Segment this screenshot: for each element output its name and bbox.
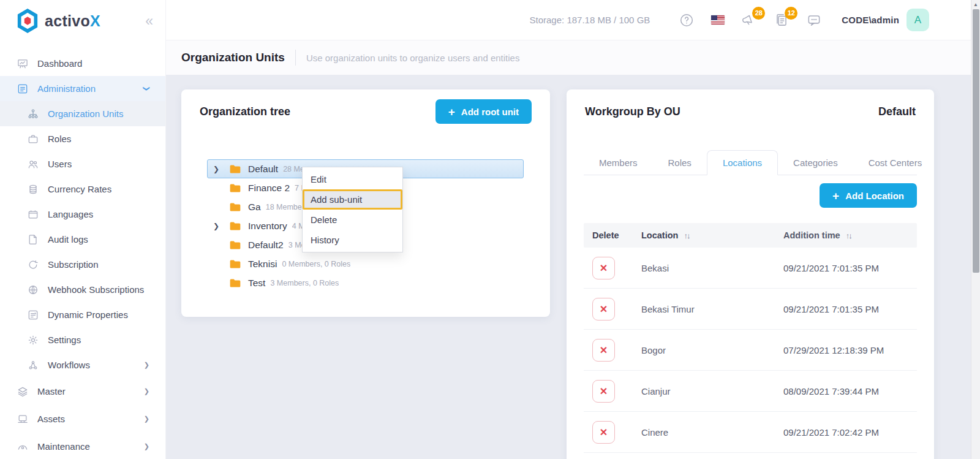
workgroup-header: Workgroup By OU Default — [585, 99, 916, 124]
chat-icon[interactable] — [806, 12, 822, 28]
organization-tree-header: Organization tree +Add root unit — [200, 99, 532, 124]
sidebar-item-audit-logs[interactable]: Audit logs — [0, 227, 165, 252]
tree-node-name: Default2 — [248, 240, 284, 251]
workgroup-card: Workgroup By OU Default MembersRolesLoca… — [567, 89, 934, 459]
maintenance-icon — [17, 441, 29, 453]
sidebar-item-administration[interactable]: Administration❯ — [0, 76, 165, 101]
tree-expand-chevron-icon[interactable]: ❯ — [213, 222, 224, 230]
sidebar: activoX « DashboardAdministration❯Organi… — [0, 0, 165, 459]
scrollbar-track[interactable]: ▲ — [971, 0, 980, 459]
sort-location-icon[interactable]: ↑↓ — [684, 231, 689, 240]
sidebar-item-webhook-subscriptions[interactable]: Webhook Subscriptions — [0, 277, 165, 302]
sidebar-item-label: Currency Rates — [48, 184, 111, 194]
page-title: Organization Units — [181, 51, 285, 64]
tree-node-name: Inventory — [248, 221, 287, 232]
addition-time-cell: 08/09/2021 7:39:44 PM — [783, 386, 917, 396]
sidebar-menu: DashboardAdministration❯Organization Uni… — [0, 51, 165, 459]
username[interactable]: CODE\admin — [842, 15, 899, 25]
delete-x-icon: ✕ — [600, 385, 608, 397]
sidebar-item-label: Subscription — [48, 259, 99, 270]
workflows-icon — [27, 359, 39, 371]
master-icon — [17, 385, 29, 398]
column-addition-time: Addition time↑↓ — [783, 230, 917, 240]
sidebar-item-label: Administration — [37, 83, 96, 94]
tree-node-meta: 3 Members, 0 Roles — [270, 279, 339, 287]
delete-button[interactable]: ✕ — [592, 421, 615, 444]
addition-time-cell: 07/29/2021 12:18:39 PM — [783, 345, 917, 355]
settings-icon — [27, 334, 39, 346]
context-menu-item-delete[interactable]: Delete — [303, 210, 402, 230]
sidebar-item-dynamic-properties[interactable]: Dynamic Properties — [0, 302, 165, 327]
location-cell: Bogor — [633, 345, 783, 355]
table-body: ✕Bekasi09/21/2021 7:01:35 PM✕Bekasi Timu… — [584, 248, 917, 453]
sidebar-item-workflows[interactable]: Workflows❯ — [0, 352, 165, 377]
tab-members[interactable]: Members — [584, 150, 653, 175]
sidebar-item-dashboard[interactable]: Dashboard — [0, 51, 165, 76]
scrollbar-up-arrow[interactable]: ▲ — [971, 0, 980, 9]
sidebar-item-roles[interactable]: Roles — [0, 126, 165, 151]
sidebar-item-label: Master — [37, 386, 66, 396]
table-row: ✕Cianjur08/09/2021 7:39:44 PM — [584, 371, 917, 412]
announcements-badge: 28 — [752, 7, 765, 20]
sidebar-collapse-button[interactable]: « — [145, 14, 153, 28]
context-menu-item-edit[interactable]: Edit — [303, 169, 402, 189]
roles-icon — [27, 133, 39, 145]
delete-button[interactable]: ✕ — [592, 380, 615, 403]
sidebar-item-label: Users — [48, 159, 72, 169]
sort-addition-time-icon[interactable]: ↑↓ — [846, 231, 851, 240]
folder-icon — [229, 259, 241, 269]
content-area: Organization tree +Add root unit ❯Defaul… — [165, 75, 971, 459]
sidebar-item-master[interactable]: Master❯ — [0, 377, 165, 405]
table-row: ✕Bekasi09/21/2021 7:01:35 PM — [584, 248, 917, 289]
context-menu-item-add-sub-unit[interactable]: Add sub-unit — [303, 189, 402, 210]
tree-node-meta: 0 Members, 0 Roles — [282, 260, 350, 268]
add-root-unit-button[interactable]: +Add root unit — [435, 99, 532, 124]
documents-icon[interactable]: 12 — [774, 12, 790, 28]
sidebar-item-organization-units[interactable]: Organization Units — [0, 101, 165, 126]
audit-logs-icon — [27, 233, 39, 246]
title-divider — [295, 50, 296, 66]
sidebar-item-languages[interactable]: Languages — [0, 202, 165, 227]
logo-row: activoX « — [0, 0, 165, 32]
sidebar-item-label: Settings — [48, 335, 81, 345]
chevron-right-icon: ❯ — [144, 442, 149, 450]
add-location-button[interactable]: +Add Location — [820, 183, 917, 208]
sidebar-item-subscription[interactable]: Subscription — [0, 252, 165, 277]
context-menu-item-history[interactable]: History — [303, 230, 402, 250]
plus-icon: + — [832, 190, 839, 202]
tab-cost-centers[interactable]: Cost Centers — [853, 150, 938, 175]
sidebar-item-maintenance[interactable]: Maintenance❯ — [0, 433, 165, 459]
tab-locations[interactable]: Locations — [707, 150, 778, 175]
addition-time-cell: 09/21/2021 7:02:42 PM — [783, 427, 917, 438]
users-icon — [27, 158, 39, 170]
delete-button[interactable]: ✕ — [592, 339, 615, 362]
sidebar-item-users[interactable]: Users — [0, 151, 165, 176]
organization-units-icon — [27, 108, 39, 120]
tree-node-teknisi[interactable]: Teknisi0 Members, 0 Roles — [207, 254, 524, 273]
topbar: Storage: 187.18 MB / 100 GB 28 12 CODE\a… — [165, 0, 971, 40]
delete-button[interactable]: ✕ — [592, 257, 615, 279]
logo-x: X — [90, 12, 100, 29]
plus-icon: + — [448, 106, 455, 118]
language-flag-us[interactable] — [711, 15, 725, 25]
chevron-right-icon: ❯ — [144, 361, 149, 369]
tree-node-test[interactable]: Test3 Members, 0 Roles — [207, 273, 524, 292]
help-icon[interactable] — [679, 12, 695, 28]
delete-x-icon: ✕ — [600, 262, 608, 274]
activox-logo-icon — [16, 8, 39, 34]
tab-roles[interactable]: Roles — [653, 150, 707, 175]
avatar[interactable]: A — [907, 9, 929, 31]
sidebar-item-assets[interactable]: Assets❯ — [0, 405, 165, 433]
scrollbar-thumb[interactable] — [973, 9, 979, 273]
addition-time-cell: 09/21/2021 7:01:35 PM — [783, 304, 917, 314]
organization-tree-title: Organization tree — [200, 105, 290, 118]
sidebar-item-settings[interactable]: Settings — [0, 327, 165, 352]
delete-button[interactable]: ✕ — [592, 298, 615, 321]
tab-categories[interactable]: Categories — [778, 150, 853, 175]
location-cell: Bekasi — [633, 263, 783, 273]
sidebar-item-currency-rates[interactable]: Currency Rates — [0, 176, 165, 202]
workgroup-title: Workgroup By OU — [585, 105, 680, 118]
tree-expand-chevron-icon[interactable]: ❯ — [213, 165, 224, 173]
page-header: Organization Units Use organization unit… — [165, 40, 971, 75]
announcements-icon[interactable]: 28 — [741, 12, 757, 28]
